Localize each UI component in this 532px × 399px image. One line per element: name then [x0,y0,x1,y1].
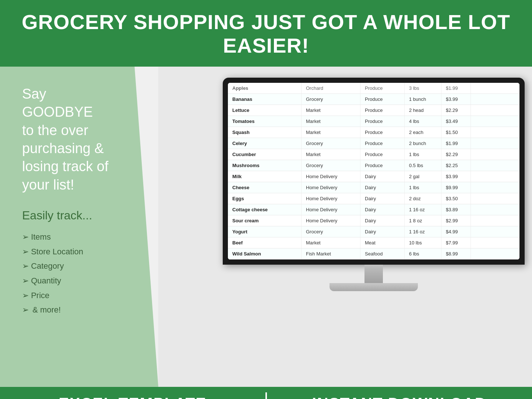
page-footer: EXCEL TEMPLATE INSTANT DOWNLOAD [0,387,532,399]
main-content: Say GOODBYE to the over purchasing & los… [0,67,532,387]
table-row: Mushrooms Grocery Produce 0.5 lbs $2.25 [228,160,519,171]
list-item: Category [22,259,140,273]
left-text: Say GOODBYE to the over purchasing & los… [22,85,140,317]
cell-store: Grocery [302,94,360,105]
cell-qty: 3 lbs [405,83,441,93]
page-header: GROCERY SHOPPING JUST GOT A WHOLE LOT EA… [0,0,532,67]
cell-item: Apples [228,83,302,93]
monitor-container: Apples Orchard Produce 3 lbs $1.99 Banan… [223,78,525,291]
table-row: Yogurt Grocery Dairy 1 16 oz $4.99 [228,226,519,237]
monitor-neck [364,265,383,283]
table-row: Celery Grocery Produce 2 bunch $1.99 [228,138,519,149]
footer-left-label: EXCEL TEMPLATE [0,395,265,399]
list-item: Items [22,230,140,244]
table-row: Beef Market Meat 10 lbs $7.99 [228,237,519,248]
table-row: Squash Market Produce 2 each $1.50 [228,127,519,138]
list-item: & more! [22,303,140,317]
table-row: Milk Home Delivery Dairy 2 gal $3.99 [228,171,519,182]
table-row: Cheese Home Delivery Dairy 1 lbs $9.99 [228,182,519,193]
table-row: Apples Orchard Produce 3 lbs $1.99 [228,83,519,94]
track-list: Items Store Location Category Quantity P… [22,230,140,317]
list-item: Quantity [22,273,140,288]
cell-price: $3.99 [441,94,471,105]
easily-track-label: Easily track... [22,209,140,222]
list-item: Price [22,288,140,303]
cell-store: Orchard [302,83,360,93]
main-title: GROCERY SHOPPING JUST GOT A WHOLE LOT EA… [15,10,517,58]
footer-right-label: INSTANT DOWNLOAD [267,395,532,399]
table-row: Bananas Grocery Produce 1 bunch $3.99 [228,94,519,105]
cell-qty: 1 bunch [405,94,441,105]
cell-price: $1.99 [441,83,471,93]
monitor-base [330,283,418,291]
monitor-screen: Apples Orchard Produce 3 lbs $1.99 Banan… [228,83,519,259]
list-item: Store Location [22,244,140,259]
table-row: Lettuce Market Produce 2 head $2.29 [228,105,519,116]
monitor-body: Apples Orchard Produce 3 lbs $1.99 Banan… [223,78,525,265]
table-row: Wild Salmon Fish Market Seafood 6 lbs $8… [228,248,519,259]
table-row: Tomatoes Market Produce 4 lbs $3.49 [228,116,519,127]
left-panel: Say GOODBYE to the over purchasing & los… [0,67,158,387]
cell-category: Produce [360,94,405,105]
table-row: Cottage cheese Home Delivery Dairy 1 16 … [228,204,519,215]
table-row: Cucumber Market Produce 1 lbs $2.29 [228,149,519,160]
say-goodbye-text: Say GOODBYE to the over purchasing & los… [22,85,140,194]
cell-item: Bananas [228,94,302,105]
cell-category: Produce [360,83,405,93]
table-row: Sour cream Home Delivery Dairy 1 8 oz $2… [228,215,519,226]
table-row: Eggs Home Delivery Dairy 2 doz $3.50 [228,193,519,204]
